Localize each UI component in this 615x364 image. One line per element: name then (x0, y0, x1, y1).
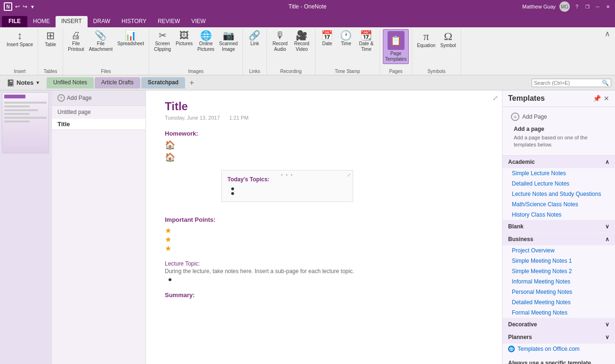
ribbon-group-insert-label: Insert (14, 69, 26, 75)
notebook-name: Notes (16, 79, 33, 86)
tab-file[interactable]: FILE (2, 16, 27, 27)
tab-view[interactable]: VIEW (186, 16, 211, 27)
time-button[interactable]: 🕐 Time (337, 29, 355, 48)
quick-access-customize[interactable]: ▼ (30, 4, 35, 9)
page-item-title[interactable]: Title (52, 119, 146, 130)
topics-box[interactable]: • • • ⤢ Today's Topics: (221, 170, 353, 202)
templates-add-page-button[interactable]: + Add Page (508, 111, 609, 123)
lecture-bullet-dot (169, 278, 171, 281)
ribbon-group-recording-label: Recording (280, 69, 302, 75)
template-simple-lecture[interactable]: Simple Lecture Notes (502, 168, 615, 178)
templates-pin-icon[interactable]: 📌 (593, 95, 601, 102)
section-tab-scratch[interactable]: Scratchpad (141, 77, 185, 89)
business-category-header[interactable]: Business ∧ (502, 233, 615, 245)
ribbon-minimize-button[interactable]: ∧ (602, 28, 613, 39)
office-globe-icon: 🌐 (508, 346, 515, 352)
templates-close-button[interactable]: ✕ (604, 95, 609, 102)
template-personal-meeting[interactable]: Personal Meeting Notes (502, 287, 615, 297)
add-page-button[interactable]: + Add Page (56, 93, 94, 103)
tab-history[interactable]: HISTORY (116, 16, 152, 27)
important-section: Important Points: ★ ★ ★ (165, 216, 483, 253)
table-label: Table (45, 42, 56, 48)
category-blank: Blank ∨ (502, 220, 615, 233)
star-icon-3: ★ (165, 244, 483, 253)
spreadsheet-button[interactable]: 📊 Spreadsheet (115, 29, 146, 48)
file-attachment-button[interactable]: 📎 FileAttachment (87, 29, 115, 54)
ribbon-group-pages-label: Pages (389, 69, 402, 75)
ribbon-group-files-items: 🖨 FilePrintout 📎 FileAttachment 📊 Spread… (66, 29, 146, 69)
insert-space-button[interactable]: ↕ Insert Space (5, 29, 35, 49)
note-time: 1:21 PM (229, 115, 249, 121)
tab-review[interactable]: REVIEW (152, 16, 186, 27)
thumb-line-3 (4, 109, 38, 111)
help-button[interactable]: ? (574, 3, 580, 10)
table-button[interactable]: ⊞ Table (41, 29, 60, 49)
record-video-button[interactable]: 🎥 RecordVideo (291, 29, 312, 54)
scanned-image-icon: 📷 (223, 31, 235, 40)
date-time-icon: 📆 (360, 31, 372, 40)
symbol-button[interactable]: Ω Symbol (438, 29, 458, 50)
date-button[interactable]: 📅 Date (318, 29, 336, 48)
file-printout-icon: 🖨 (71, 31, 81, 40)
template-informal-meeting[interactable]: Informal Meeting Notes (502, 276, 615, 287)
quick-access-redo[interactable]: ↪ (23, 3, 27, 10)
equation-button[interactable]: π Equation (415, 29, 437, 50)
tab-home[interactable]: HOME (27, 16, 56, 27)
add-section-button[interactable]: + (186, 77, 197, 89)
tab-insert[interactable]: INSERT (56, 16, 88, 27)
search-box: 🔍 (532, 79, 611, 87)
user-avatar[interactable]: MG (559, 1, 570, 12)
notebook-bar: 📓 Notes ▼ Unfiled Notes Article Drafts S… (0, 75, 615, 90)
template-project-overview[interactable]: Project Overview (502, 245, 615, 256)
note-date: Tuesday, June 13, 2017 (165, 115, 220, 121)
page-item-untitled[interactable]: Untitled page (52, 106, 146, 119)
pictures-label: Pictures (176, 41, 193, 47)
note-expand-button[interactable]: ⤢ (493, 94, 498, 102)
page-thumbnail[interactable] (2, 92, 49, 154)
scanned-image-button[interactable]: 📷 ScannedImage (217, 29, 239, 54)
search-input[interactable] (534, 80, 600, 86)
bullet-dot-1 (231, 187, 234, 190)
ribbon-group-timestamp: 📅 Date 🕐 Time 📆 Date &Time Time Stamp (316, 28, 380, 75)
record-audio-button[interactable]: 🎙 RecordAudio (270, 29, 291, 54)
star-icon-1: ★ (165, 226, 483, 235)
link-button[interactable]: 🔗 Link (246, 29, 264, 48)
template-simple-meeting-1[interactable]: Simple Meeting Notes 1 (502, 256, 615, 266)
ribbon-group-symbols-items: π Equation Ω Symbol (415, 29, 458, 69)
template-detailed-lecture[interactable]: Detailed Lecture Notes (502, 178, 615, 189)
office-link[interactable]: 🌐 Templates on Office.com (502, 344, 615, 354)
quick-access-undo[interactable]: ↩ (15, 3, 20, 10)
symbol-icon: Ω (444, 31, 453, 42)
template-history[interactable]: History Class Notes (502, 210, 615, 220)
template-formal-meeting[interactable]: Formal Meeting Notes (502, 307, 615, 318)
tab-draw[interactable]: DRAW (88, 16, 116, 27)
file-printout-button[interactable]: 🖨 FilePrintout (66, 29, 86, 54)
academic-category-header[interactable]: Academic ∧ (502, 156, 615, 168)
section-tab-article[interactable]: Article Drafts (95, 77, 140, 89)
lecture-section: Lecture Topic: During the lecture, take … (165, 260, 483, 282)
template-simple-meeting-2[interactable]: Simple Meeting Notes 2 (502, 266, 615, 276)
pictures-button[interactable]: 🖼 Pictures (174, 29, 194, 48)
thumb-line-1 (4, 102, 47, 104)
template-lecture-study[interactable]: Lecture Notes and Study Questions (502, 189, 615, 199)
close-button[interactable]: ✕ (605, 3, 611, 10)
screen-clipping-button[interactable]: ✂ ScreenClipping (152, 29, 173, 54)
blank-category-header[interactable]: Blank ∨ (502, 220, 615, 233)
online-pictures-button[interactable]: 🌐 OnlinePictures (195, 29, 216, 54)
page-templates-button[interactable]: 📋 PageTemplates (383, 29, 409, 64)
file-attachment-label: FileAttachment (89, 41, 113, 52)
date-time-button[interactable]: 📆 Date &Time (356, 29, 377, 54)
planners-category-header[interactable]: Planners ∨ (502, 331, 615, 343)
template-math-science[interactable]: Math/Science Class Notes (502, 199, 615, 210)
template-detailed-meeting[interactable]: Detailed Meeting Notes (502, 297, 615, 307)
academic-label: Academic (508, 159, 535, 165)
note-title[interactable]: Title (165, 100, 483, 113)
add-page-desc: Add a page based on one of the templates… (508, 133, 609, 152)
minimize-button[interactable]: ─ (594, 3, 601, 10)
restore-button[interactable]: ❐ (584, 3, 591, 10)
notebook-selector[interactable]: 📓 Notes ▼ (4, 78, 43, 88)
title-bar: N ↩ ↪ ▼ Title - OneNote Matthew Guay MG … (0, 0, 615, 13)
decorative-category-header[interactable]: Decorative ∨ (502, 318, 615, 331)
section-tab-unfiled[interactable]: Unfiled Notes (47, 77, 94, 89)
topics-box-expand-icon[interactable]: ⤢ (347, 172, 351, 178)
